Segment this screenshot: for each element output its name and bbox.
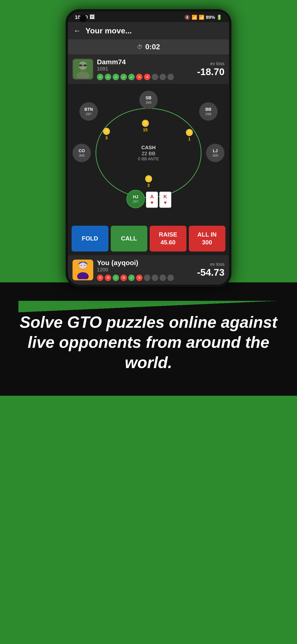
SB-chips: 285 [146, 100, 151, 104]
opponent-ev-value: -18.70 [197, 66, 224, 78]
raise-label: RAISE [159, 231, 177, 238]
player-info: You (ayqooi) 1200 ✕ ✕ ✓ ✕ ✓ ✕ [68, 255, 229, 285]
HJ-chips: 297 [132, 200, 138, 204]
battery-display: 89% [206, 15, 215, 20]
pbadge-1: ✕ [97, 274, 103, 281]
fold-button[interactable]: FOLD [72, 226, 108, 252]
pot-ante-value: 0 BB ANTE [138, 156, 159, 162]
raise-amount: 45.60 [160, 239, 176, 246]
BTN-label: BTN [84, 107, 93, 112]
timer-icon: ⏱ [137, 44, 142, 50]
page-title: Your move... [86, 26, 132, 35]
camera-hole [80, 15, 87, 22]
player-ev-value: -54.73 [197, 267, 224, 278]
svg-point-8 [79, 262, 86, 269]
signal-icon: 📶 [199, 14, 204, 20]
svg-point-12 [84, 265, 85, 266]
pbadge-7 [144, 274, 150, 281]
position-SB: SB 285 [139, 91, 158, 109]
opponent-avatar [72, 59, 93, 80]
player-badges: ✕ ✕ ✓ ✕ ✓ ✕ [97, 274, 194, 281]
LJ-chips: 300 [212, 154, 218, 157]
timer-value: 0:02 [145, 42, 160, 51]
player-name: You (ayqooi) [97, 259, 194, 267]
svg-rect-3 [79, 64, 82, 66]
CO-label: CO [79, 148, 85, 154]
pot-info: CASH 22 BB 0 BB ANTE [138, 145, 159, 162]
raise-button[interactable]: RAISE 45.60 [150, 226, 186, 252]
hole-cards: A ♥ K ♥ [146, 192, 171, 208]
badge-6: ✕ [136, 74, 142, 80]
opponent-score: 1091 [97, 66, 194, 72]
SB-label: SB [146, 96, 151, 100]
position-BTN: BTN 297 [80, 102, 98, 121]
promo-text: Solve GTO puzzles online against live op… [18, 312, 278, 373]
LJ-label: LJ [213, 148, 218, 154]
chip-BB: 🪙 1 [185, 129, 194, 142]
svg-point-11 [81, 265, 82, 266]
player-avatar [72, 260, 93, 280]
pbadge-9 [160, 274, 166, 281]
badge-9 [160, 74, 166, 80]
phone: 10:40 🖼 🔇 📶 📶 89% 🔋 ← Your move... ⏱ [66, 9, 232, 287]
position-BB: BB 299 [199, 102, 218, 121]
pbadge-10 [168, 274, 174, 281]
app-header: ← Your move... [68, 22, 229, 40]
badge-1: ✓ [97, 74, 103, 80]
allin-button[interactable]: ALL IN 300 [189, 226, 226, 252]
mute-icon: 🔇 [184, 14, 190, 20]
badge-3: ✓ [112, 74, 119, 80]
pbadge-3: ✓ [112, 274, 119, 281]
badge-8 [152, 74, 158, 80]
player-score: 1200 [97, 267, 194, 273]
BB-label: BB [205, 107, 211, 112]
pbadge-2: ✕ [105, 274, 111, 281]
BTN-chips: 297 [86, 112, 92, 116]
opponent-info: Damm74 1091 ✓ ✓ ✓ ✓ ✓ ✕ ✕ [68, 54, 229, 84]
action-buttons: FOLD CALL RAISE 45.60 ALL IN 300 [68, 222, 229, 255]
pbadge-6: ✕ [136, 274, 142, 281]
position-CO: CO 300 [72, 144, 91, 162]
badge-10 [168, 74, 174, 80]
card-KH: K ♥ [159, 192, 171, 208]
opponent-ev-label: ev loss [197, 61, 224, 66]
table-container: CASH 22 BB 0 BB ANTE SB 285 BB 299 [68, 84, 229, 222]
position-LJ: LJ 300 [206, 144, 224, 162]
wifi-icon: 📶 [192, 14, 197, 20]
status-right: 🔇 📶 📶 89% 🔋 [184, 14, 222, 20]
svg-rect-4 [84, 64, 87, 66]
timer-bar: ⏱ 0:02 [68, 40, 229, 54]
badge-2: ✓ [105, 74, 111, 80]
promo-section: Solve GTO puzzles online against live op… [0, 282, 297, 396]
player-ev: ev loss -54.73 [197, 262, 224, 278]
player-ev-label: ev loss [197, 262, 224, 267]
poker-table: CASH 22 BB 0 BB ANTE SB 285 BB 299 [68, 84, 229, 222]
back-button[interactable]: ← [74, 26, 81, 35]
pbadge-4: ✕ [120, 274, 127, 281]
chip-SB: 🪙 15 [141, 120, 150, 132]
pbadge-8 [152, 274, 158, 281]
badge-7: ✕ [144, 74, 150, 80]
opponent-ev: ev loss -18.70 [197, 61, 224, 78]
promo-divider [18, 301, 278, 312]
BB-chips: 299 [205, 112, 211, 116]
card-AH: A ♥ [146, 192, 158, 208]
call-button[interactable]: CALL [111, 226, 148, 252]
photo-icon: 🖼 [90, 14, 95, 20]
chip-HJ: 🪙 3 [144, 175, 153, 188]
pot-cash-label: CASH [138, 145, 159, 151]
phone-section: 10:40 🖼 🔇 📶 📶 89% 🔋 ← Your move... ⏱ [66, 0, 232, 287]
opponent-badges: ✓ ✓ ✓ ✓ ✓ ✕ ✕ [97, 74, 194, 80]
HJ-label: HJ [133, 195, 138, 200]
status-bar: 10:40 🖼 🔇 📶 📶 89% 🔋 [68, 12, 229, 22]
page: 10:40 🖼 🔇 📶 📶 89% 🔋 ← Your move... ⏱ [0, 0, 297, 644]
chip-BTN: 🪙 3 [102, 128, 110, 140]
opponent-details: Damm74 1091 ✓ ✓ ✓ ✓ ✓ ✕ ✕ [97, 58, 194, 80]
opponent-name: Damm74 [97, 58, 194, 66]
badge-5: ✓ [128, 74, 135, 80]
player-details: You (ayqooi) 1200 ✕ ✕ ✓ ✕ ✓ ✕ [97, 259, 194, 281]
badge-4: ✓ [120, 74, 127, 80]
pot-bb-value: 22 BB [138, 151, 159, 156]
allin-label: ALL IN [198, 231, 217, 238]
pbadge-5: ✓ [128, 274, 135, 281]
